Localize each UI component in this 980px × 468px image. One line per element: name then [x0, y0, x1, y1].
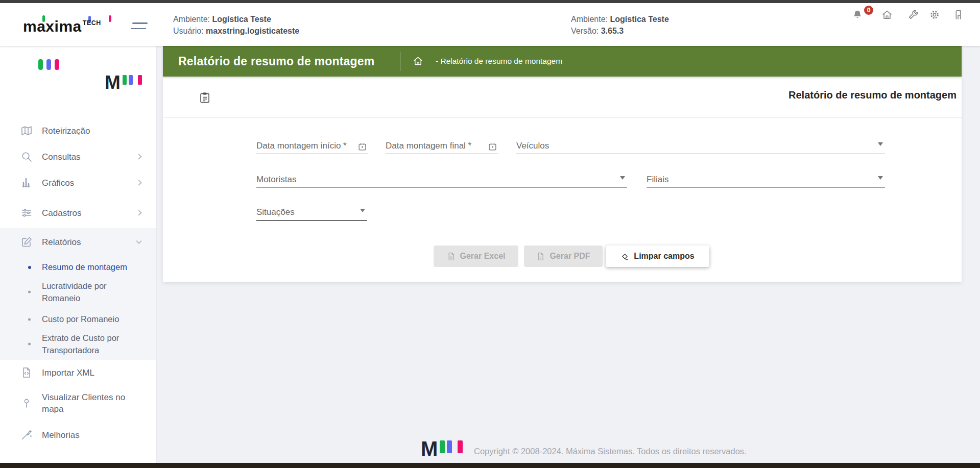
environment-user-info: Ambiente: Logística Teste Usuário: maxst… [173, 13, 299, 37]
tools-wrench-icon[interactable] [907, 9, 919, 20]
sliders-icon [20, 207, 33, 219]
button-label: Gerar Excel [460, 252, 506, 261]
sidebar-item-label: Visualizar Clientes no mapa [42, 391, 136, 415]
app-header: maximaTECH Ambiente: Logística Teste Usu… [0, 3, 980, 46]
report-card: Relatório de resumo de montagem Data mon… [163, 77, 962, 282]
button-label: Gerar PDF [549, 252, 590, 261]
sidebar-subitem-label: Extrato de Custo por Transportadora [42, 332, 141, 356]
clipboard-icon [200, 92, 210, 103]
dropdown-arrow-icon [878, 176, 883, 182]
bottom-chrome-strip [0, 463, 980, 468]
m-bar-green-icon [440, 440, 445, 453]
sidebar-subitem-lucratividade-por-romaneio[interactable]: Lucratividade por Romaneio [0, 280, 156, 304]
m-bar-pink-icon [138, 75, 142, 85]
sidebar-item-visualizar-clientes-no-mapa[interactable]: Visualizar Clientes no mapa [0, 391, 156, 415]
map-pin-icon [20, 397, 33, 409]
top-chrome-strip [0, 0, 980, 3]
sidebar-subitem-extrato-de-custo[interactable]: Extrato de Custo por Transportadora [0, 332, 156, 356]
xml-file-icon [20, 366, 33, 379]
sidebar-subitem-label: Custo por Romaneio [42, 313, 141, 326]
settings-gear-icon[interactable] [929, 9, 940, 20]
sidebar-subitem-label: Lucratividade por Romaneio [42, 280, 141, 304]
sidebar-item-label: Consultas [42, 151, 136, 163]
sidebar-item-consultas[interactable]: Consultas [0, 149, 156, 164]
dropdown-arrow-icon [620, 176, 625, 182]
sidebar-toggle-hamburger-icon[interactable] [131, 22, 147, 32]
chevron-right-icon [136, 154, 141, 159]
app-root: maximaTECH Ambiente: Logística Teste Usu… [0, 0, 980, 468]
card-title: Relatório de resumo de montagem [788, 89, 957, 101]
dropdown-arrow-icon [360, 209, 365, 215]
m-bar-pink-icon [458, 440, 463, 453]
sidebar-item-roteirizacao[interactable]: Roteirização [0, 123, 156, 138]
sidebar-item-label: Gráficos [42, 177, 136, 189]
edit-report-icon [20, 236, 33, 248]
logout-icon[interactable] [952, 9, 964, 20]
excel-file-icon [447, 252, 456, 261]
pdf-file-icon [536, 252, 545, 261]
field-data-montagem-inicio[interactable]: Data montagem início * [256, 139, 368, 154]
field-label: Data montagem final * [386, 141, 471, 151]
notifications-bell-icon[interactable] [852, 9, 863, 20]
brand-word: maxima [23, 18, 82, 35]
sidebar-item-label: Cadastros [42, 207, 136, 219]
page-toolbar: Relatório de resumo de montagem - Relató… [163, 46, 962, 77]
sidebar-logo-ticks-icon [38, 59, 59, 70]
sidebar-item-importar-xml[interactable]: Importar XML [0, 365, 156, 380]
ambiente-value: Logística Teste [610, 15, 669, 23]
sidebar-item-label: Melhorias [42, 429, 136, 441]
maxima-m-logo: M [105, 75, 142, 91]
ambiente-label: Ambiente: [173, 15, 210, 23]
toolbar-separator [400, 52, 400, 71]
sidebar-item-label: Relatórios [42, 236, 136, 248]
copyright-text: Copyright © 2008-2024. Máxima Sistemas. … [474, 447, 747, 456]
calendar-icon[interactable] [488, 142, 497, 151]
gerar-excel-button[interactable]: Gerar Excel [434, 245, 518, 267]
bar-chart-icon [20, 177, 33, 189]
select-filiais[interactable]: Filiais [647, 173, 885, 188]
sidebar-subitem-label: Resumo de montagem [42, 261, 141, 274]
limpar-campos-button[interactable]: Limpar campos [606, 245, 709, 267]
select-veiculos[interactable]: Veículos [516, 139, 885, 154]
m-bar-blue-icon [447, 440, 452, 453]
card-header-divider [163, 117, 962, 118]
maxima-tech-logo[interactable]: maximaTECH [23, 16, 120, 39]
field-label: Data montagem início * [256, 141, 347, 151]
sidebar-subitem-resumo-de-montagem[interactable]: Resumo de montagem [0, 260, 156, 275]
button-label: Limpar campos [634, 252, 694, 261]
sidebar-item-relatorios[interactable]: Relatórios [0, 234, 156, 250]
footer-maxima-logo: M [421, 439, 463, 458]
calendar-icon[interactable] [358, 142, 367, 151]
sidebar-item-melhorias[interactable]: Melhorias [0, 427, 156, 442]
versao-value: 3.65.3 [601, 27, 624, 35]
eraser-icon [620, 252, 629, 261]
m-bar-green-icon [123, 75, 127, 85]
map-icon [20, 125, 33, 137]
gerar-pdf-button[interactable]: Gerar PDF [524, 245, 603, 267]
brand-suffix: TECH [83, 19, 101, 27]
breadcrumb-home-icon[interactable] [413, 56, 423, 66]
sidebar: M Roteirização Consultas Gráficos [0, 46, 157, 463]
sidebar-subitem-custo-por-romaneio[interactable]: Custo por Romaneio [0, 312, 156, 327]
versao-label: Versão: [571, 27, 599, 35]
select-situacoes[interactable]: Situações [256, 206, 367, 221]
bullet-icon [28, 318, 31, 321]
bullet-icon [28, 343, 31, 346]
search-icon [20, 151, 33, 163]
ambiente-value: Logística Teste [212, 15, 271, 23]
field-label: Motoristas [256, 175, 296, 185]
field-label: Veículos [516, 141, 549, 151]
chevron-right-icon [136, 180, 141, 185]
field-label: Situações [256, 207, 295, 217]
environment-version-info: Ambiente: Logística Teste Versão: 3.65.3 [571, 13, 669, 37]
logo-tick-pink-icon [109, 15, 111, 22]
magic-wand-icon [20, 429, 33, 441]
home-icon[interactable] [881, 9, 893, 20]
sidebar-item-label: Importar XML [42, 367, 136, 379]
sidebar-item-graficos[interactable]: Gráficos [0, 175, 156, 190]
select-motoristas[interactable]: Motoristas [256, 173, 627, 188]
field-data-montagem-final[interactable]: Data montagem final * [386, 139, 498, 154]
notification-count-badge[interactable]: 0 [863, 5, 874, 16]
sidebar-item-cadastros[interactable]: Cadastros [0, 205, 156, 220]
sidebar-item-label: Roteirização [42, 125, 136, 137]
